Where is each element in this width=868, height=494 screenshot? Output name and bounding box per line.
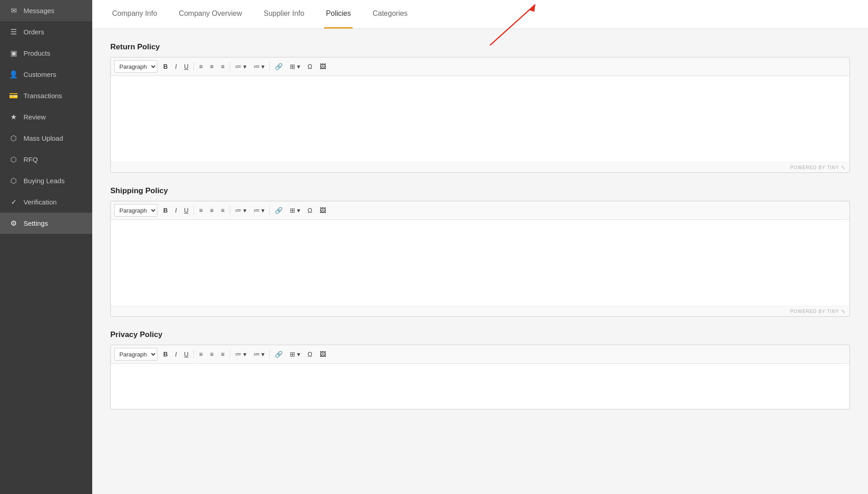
privacy-policy-section: Privacy Policy Paragraph Heading 1 Headi… [110,330,850,409]
transactions-icon: 💳 [9,91,18,100]
shipping-policy-align-center-btn[interactable]: ≡ [207,204,217,217]
sidebar-label-transactions: Transactions [24,92,62,100]
shipping-policy-italic-btn[interactable]: I [172,204,180,217]
sidebar-label-settings: Settings [24,219,48,227]
messages-icon: ✉ [9,6,18,15]
return-policy-align-center-btn[interactable]: ≡ [207,60,217,73]
return-policy-editor: Paragraph Heading 1 Heading 2 B I U ≡ ≡ … [110,57,850,173]
sidebar-label-orders: Orders [24,28,44,36]
privacy-policy-bullet-btn[interactable]: ≔ ▾ [232,348,250,361]
privacy-policy-image-btn[interactable]: 🖼 [316,348,329,361]
sidebar-item-buying-leads[interactable]: ⬡ Buying Leads [0,170,92,191]
privacy-policy-bold-btn[interactable]: B [160,348,171,361]
privacy-policy-underline-btn[interactable]: U [181,348,192,361]
sidebar-item-review[interactable]: ★ Review [0,106,92,128]
return-policy-omega-btn[interactable]: Ω [304,60,315,73]
shipping-policy-bold-btn[interactable]: B [160,204,171,217]
return-policy-resize: ⤡ [841,164,846,171]
return-policy-format-select[interactable]: Paragraph Heading 1 Heading 2 [114,60,157,73]
verification-icon: ✓ [9,198,18,206]
shipping-policy-format-select[interactable]: Paragraph Heading 1 Heading 2 [114,204,157,217]
sidebar-label-customers: Customers [24,71,57,78]
shipping-policy-table-btn[interactable]: ⊞ ▾ [287,204,303,217]
mass-upload-icon: ⬡ [9,134,18,142]
shipping-policy-bullet-btn[interactable]: ≔ ▾ [232,204,250,217]
sidebar-label-rfq: RFQ [24,156,38,163]
sep2 [230,62,230,71]
tab-bar: Company Info Company Overview Supplier I… [92,0,868,29]
privacy-policy-toolbar: Paragraph Heading 1 Heading 2 B I U ≡ ≡ … [111,345,849,364]
privacy-policy-align-left-btn[interactable]: ≡ [196,348,206,361]
sidebar-label-products: Products [24,49,50,57]
sidebar: ✉ Messages ☰ Orders ▣ Products 👤 Custome… [0,0,92,494]
sidebar-item-rfq[interactable]: ⬡ RFQ [0,149,92,170]
return-policy-align-right-btn[interactable]: ≡ [217,60,227,73]
shipping-policy-omega-btn[interactable]: Ω [304,204,315,217]
shipping-policy-footer: POWERED BY TINY ⤡ [111,306,849,316]
sep5 [230,206,230,215]
shipping-policy-numbered-btn[interactable]: ≔ ▾ [250,204,268,217]
return-policy-footer: POWERED BY TINY ⤡ [111,162,849,172]
content-area: Return Policy Paragraph Heading 1 Headin… [92,29,868,494]
sidebar-item-settings[interactable]: ⚙ Settings [0,213,92,234]
return-policy-bullet-btn[interactable]: ≔ ▾ [232,60,250,73]
privacy-policy-format-select[interactable]: Paragraph Heading 1 Heading 2 [114,348,157,361]
shipping-policy-resize: ⤡ [841,308,846,314]
return-policy-underline-btn[interactable]: U [181,60,192,73]
shipping-policy-editor: Paragraph Heading 1 Heading 2 B I U ≡ ≡ … [110,201,850,317]
main-content: Company Info Company Overview Supplier I… [92,0,868,494]
tab-supplier-info[interactable]: Supplier Info [262,0,306,28]
sep8 [230,350,230,359]
sep4 [193,206,194,215]
return-policy-bold-btn[interactable]: B [160,60,171,73]
privacy-policy-body[interactable] [111,364,849,409]
privacy-policy-title: Privacy Policy [110,330,850,339]
privacy-policy-numbered-btn[interactable]: ≔ ▾ [250,348,268,361]
sep9 [269,350,270,359]
sidebar-label-buying-leads: Buying Leads [24,177,65,185]
shipping-policy-link-btn[interactable]: 🔗 [272,204,286,217]
sidebar-item-customers[interactable]: 👤 Customers [0,64,92,85]
buying-leads-icon: ⬡ [9,176,18,185]
privacy-policy-editor: Paragraph Heading 1 Heading 2 B I U ≡ ≡ … [110,345,850,409]
privacy-policy-align-right-btn[interactable]: ≡ [217,348,227,361]
sidebar-label-verification: Verification [24,198,57,206]
tab-company-info[interactable]: Company Info [110,0,159,28]
return-policy-link-btn[interactable]: 🔗 [272,60,286,73]
privacy-policy-align-center-btn[interactable]: ≡ [207,348,217,361]
privacy-policy-link-btn[interactable]: 🔗 [272,348,286,361]
return-policy-italic-btn[interactable]: I [172,60,180,73]
return-policy-powered-by: POWERED BY TINY [790,165,839,170]
return-policy-image-btn[interactable]: 🖼 [316,60,329,73]
sep6 [269,206,270,215]
rfq-icon: ⬡ [9,155,18,164]
sidebar-label-messages: Messages [24,7,54,14]
privacy-policy-italic-btn[interactable]: I [172,348,180,361]
sidebar-item-verification[interactable]: ✓ Verification [0,191,92,213]
sidebar-label-review: Review [24,113,46,121]
return-policy-align-left-btn[interactable]: ≡ [196,60,206,73]
sep3 [269,62,270,71]
tab-categories[interactable]: Categories [371,0,409,28]
sidebar-item-products[interactable]: ▣ Products [0,43,92,64]
return-policy-title: Return Policy [110,43,850,52]
orders-icon: ☰ [9,28,18,36]
sidebar-item-transactions[interactable]: 💳 Transactions [0,85,92,106]
return-policy-body[interactable] [111,76,849,162]
return-policy-numbered-btn[interactable]: ≔ ▾ [250,60,268,73]
shipping-policy-image-btn[interactable]: 🖼 [316,204,329,217]
tab-company-overview[interactable]: Company Overview [177,0,244,28]
shipping-policy-body[interactable] [111,220,849,306]
privacy-policy-omega-btn[interactable]: Ω [304,348,315,361]
shipping-policy-align-left-btn[interactable]: ≡ [196,204,206,217]
shipping-policy-align-right-btn[interactable]: ≡ [217,204,227,217]
sidebar-item-orders[interactable]: ☰ Orders [0,21,92,43]
return-policy-section: Return Policy Paragraph Heading 1 Headin… [110,43,850,173]
privacy-policy-table-btn[interactable]: ⊞ ▾ [287,348,303,361]
shipping-policy-title: Shipping Policy [110,186,850,195]
sidebar-item-mass-upload[interactable]: ⬡ Mass Upload [0,128,92,149]
shipping-policy-underline-btn[interactable]: U [181,204,192,217]
sidebar-item-messages[interactable]: ✉ Messages [0,0,92,21]
return-policy-table-btn[interactable]: ⊞ ▾ [287,60,303,73]
tab-policies[interactable]: Policies [324,0,353,28]
